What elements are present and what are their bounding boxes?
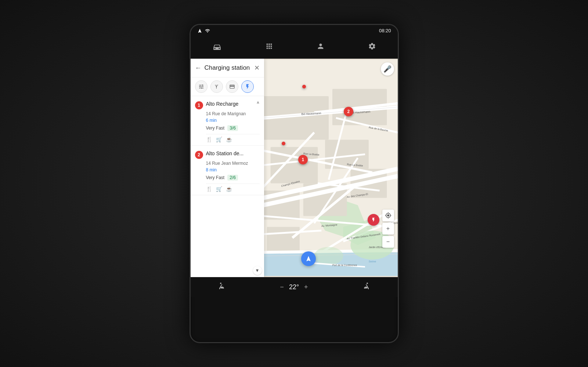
mic-button[interactable]: 🎤 xyxy=(381,62,394,76)
result-2-time: 8 min xyxy=(206,167,260,172)
speed-indicator xyxy=(368,214,379,226)
amenity-cafe-icon-2: ☕ xyxy=(226,186,232,192)
status-bar: 08:20 xyxy=(191,25,398,36)
filter-chips xyxy=(191,77,264,96)
scroll-up-button[interactable]: ▲ xyxy=(255,98,262,106)
result-item-1[interactable]: 1 Alto Recharge 14 Rue de Marignan 6 min… xyxy=(191,96,264,146)
result-2-number: 2 xyxy=(195,151,203,159)
result-2-name: Alto Station de... xyxy=(206,150,244,157)
result-1-time: 6 min xyxy=(206,118,260,123)
filter-chip-sliders[interactable] xyxy=(195,80,208,93)
result-1-header: 1 Alto Recharge xyxy=(195,101,260,109)
amenity-food-icon: 🍴 xyxy=(206,137,212,142)
zoom-out-button[interactable]: − xyxy=(382,236,394,248)
result-2-header: 2 Alto Station de... xyxy=(195,150,260,159)
time-display: 08:20 xyxy=(379,28,391,33)
status-icons xyxy=(197,28,210,33)
grid-icon[interactable] xyxy=(261,40,278,55)
map-dot-2 xyxy=(282,142,285,145)
search-title: Charging station xyxy=(205,64,251,72)
result-1-meta: Very Fast 3/6 xyxy=(206,125,260,131)
scroll-down-button[interactable]: ▼ xyxy=(253,266,262,275)
result-1-name: Alto Recharge xyxy=(206,101,239,107)
car-icon[interactable] xyxy=(208,40,226,54)
result-2-amenities: 🍴 🛒 ☕ xyxy=(206,184,260,192)
location-button[interactable] xyxy=(382,210,394,221)
filter-chip-card[interactable] xyxy=(226,80,238,93)
svg-point-31 xyxy=(314,247,343,265)
tablet-device: 08:20 xyxy=(190,24,399,343)
result-1-number: 1 xyxy=(195,101,203,109)
bottom-bar: − 22° + xyxy=(191,277,398,297)
result-2-meta: Very Fast 2/6 xyxy=(206,175,260,181)
result-2-address: 14 Rue Jean Mermoz xyxy=(206,160,260,167)
map-marker-1[interactable]: 1 xyxy=(298,155,308,164)
result-1-availability: 3/6 xyxy=(227,125,238,131)
temp-control: − 22° + xyxy=(280,283,308,291)
nav-bar xyxy=(191,36,398,59)
amenity-food-icon-2: 🍴 xyxy=(206,186,212,192)
zoom-in-button[interactable]: + xyxy=(382,223,394,235)
result-item-2[interactable]: 2 Alto Station de... 14 Rue Jean Mermoz … xyxy=(191,146,264,195)
map-marker-2[interactable]: 2 xyxy=(344,107,353,116)
temp-minus-button[interactable]: − xyxy=(280,283,284,291)
navigation-icon xyxy=(197,28,202,33)
seat-right-icon[interactable] xyxy=(362,282,371,292)
temp-value: 22° xyxy=(289,283,299,291)
amenity-shopping-icon-2: 🛒 xyxy=(216,186,222,192)
result-1-amenities: 🍴 🛒 ☕ xyxy=(206,134,260,142)
filter-chip-fast[interactable] xyxy=(241,80,254,93)
search-panel: ← Charging station ✕ xyxy=(191,59,264,277)
close-button[interactable]: ✕ xyxy=(254,64,260,72)
result-2-availability: 2/6 xyxy=(227,175,238,181)
amenity-cafe-icon: ☕ xyxy=(226,137,232,142)
amenity-shopping-icon: 🛒 xyxy=(216,137,222,142)
svg-rect-10 xyxy=(267,227,299,252)
result-2-speed: Very Fast xyxy=(206,175,225,180)
result-1-speed: Very Fast xyxy=(206,126,225,131)
navigate-button[interactable] xyxy=(301,251,316,266)
settings-icon[interactable] xyxy=(364,40,380,55)
search-header: ← Charging station ✕ xyxy=(191,59,264,77)
svg-text:Port de la Conférence: Port de la Conférence xyxy=(332,264,357,266)
temp-plus-button[interactable]: + xyxy=(304,283,308,291)
map-area[interactable]: Bd Haussmann Bd Haussmann Rue de la Baum… xyxy=(191,59,398,277)
result-1-address: 14 Rue de Marignan xyxy=(206,111,260,117)
person-icon[interactable] xyxy=(312,40,329,55)
svg-text:Seine: Seine xyxy=(368,260,376,263)
filter-chip-plug[interactable] xyxy=(210,80,223,93)
seat-left-icon[interactable] xyxy=(217,282,226,292)
wifi-icon xyxy=(205,28,210,33)
results-list[interactable]: ▲ 1 Alto Recharge 14 Rue de Marignan 6 m… xyxy=(191,96,264,277)
back-button[interactable]: ← xyxy=(195,64,202,72)
